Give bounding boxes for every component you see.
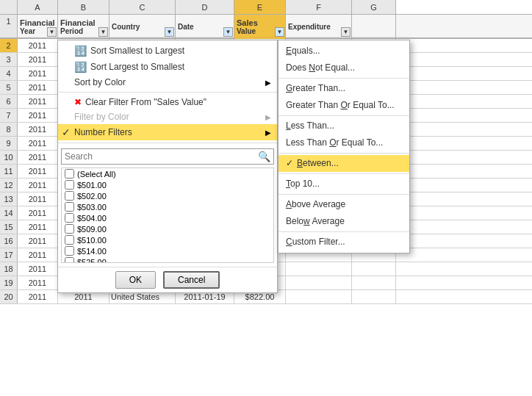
- cell-a-6[interactable]: 2011: [18, 95, 58, 108]
- cell-a-14[interactable]: 2011: [18, 206, 58, 220]
- checkbox-4[interactable]: [65, 213, 74, 223]
- sort-largest-label: Sort Largest to Smallest: [90, 62, 184, 72]
- cell-a-10[interactable]: 2011: [18, 151, 58, 164]
- data-header-row: 1 Financial Year ▼ Financial Period ▼ Co…: [0, 15, 532, 39]
- col-header-d[interactable]: D: [176, 0, 234, 14]
- checkbox-7[interactable]: [65, 246, 74, 256]
- submenu-greater-equal[interactable]: Greater Than Or Equal To...: [278, 97, 409, 114]
- checkbox-label-5: $509.00: [77, 225, 107, 234]
- cell-a-16[interactable]: 2011: [18, 234, 58, 248]
- filter-btn-b[interactable]: ▼: [98, 27, 108, 37]
- submenu-custom-filter[interactable]: Custom Filter...: [278, 234, 409, 251]
- checkbox-0[interactable]: [65, 169, 74, 179]
- checkbox-item[interactable]: (Select All): [62, 168, 273, 179]
- checkbox-item[interactable]: $501.00: [62, 179, 273, 190]
- ok-button[interactable]: OK: [115, 271, 156, 289]
- col-header-f[interactable]: F: [286, 0, 352, 14]
- filter-by-color[interactable]: Filter by Color ▶: [58, 109, 277, 124]
- checkbox-item[interactable]: $510.00: [62, 234, 273, 245]
- filter-btn-c[interactable]: ▼: [165, 27, 174, 37]
- col-header-country[interactable]: Country ▼: [109, 15, 176, 39]
- cell-a-15[interactable]: 2011: [18, 220, 58, 234]
- cell-f-19[interactable]: [286, 276, 352, 289]
- checkbox-item[interactable]: $503.00: [62, 201, 273, 212]
- checkbox-list[interactable]: (Select All)$501.00$502.00$503.00$504.00…: [61, 168, 274, 263]
- col-header-c[interactable]: C: [109, 0, 176, 14]
- clear-filter[interactable]: ✖ Clear Filter From "Sales Value": [58, 95, 277, 109]
- search-box[interactable]: 🔍: [61, 148, 274, 165]
- col-header-a[interactable]: A: [18, 0, 58, 14]
- filter-btn-f[interactable]: ▼: [341, 27, 351, 37]
- submenu-below-average[interactable]: Below Average: [278, 213, 409, 230]
- submenu-above-average[interactable]: Above Average: [278, 196, 409, 213]
- submenu-top10[interactable]: Top 10...: [278, 176, 409, 192]
- filter-color-label: Filter by Color: [74, 112, 129, 122]
- sort-by-color[interactable]: Sort by Color ▶: [58, 75, 277, 90]
- checkbox-item[interactable]: $509.00: [62, 223, 273, 234]
- col-header-g[interactable]: G: [352, 0, 396, 14]
- submenu-greater-than[interactable]: Greater Than...: [278, 80, 409, 97]
- checkbox-item[interactable]: $525.00: [62, 256, 273, 263]
- cell-a-19[interactable]: 2011: [18, 276, 58, 289]
- checkbox-item[interactable]: $504.00: [62, 212, 273, 223]
- number-filters-submenu: Equals... Does Not Equal... Greater Than…: [278, 40, 410, 253]
- cell-a-12[interactable]: 2011: [18, 179, 58, 192]
- column-headers: A B C D E F G: [0, 0, 532, 15]
- checkbox-label-0: (Select All): [77, 170, 116, 179]
- cell-a-11[interactable]: 2011: [18, 165, 58, 178]
- sort-smallest-largest[interactable]: 🔢 Sort Smallest to Largest: [58, 43, 277, 59]
- submenu-equals[interactable]: Equals...: [278, 43, 409, 60]
- filter-btn-e[interactable]: ▼: [275, 27, 284, 37]
- submenu-between[interactable]: ✓ Between...: [278, 155, 409, 172]
- col-header-sales-value[interactable]: Sales Value ▼: [234, 15, 286, 39]
- col-title-a-line2: Year: [20, 27, 35, 35]
- cell-a-7[interactable]: 2011: [18, 109, 58, 122]
- col-header-financial-period[interactable]: Financial Period ▼: [58, 15, 109, 39]
- cell-a-18[interactable]: 2011: [18, 262, 58, 276]
- sort-largest-smallest[interactable]: 🔢 Sort Largest to Smallest: [58, 59, 277, 75]
- spreadsheet: A B C D E F G 1 Financial Year ▼ Financi…: [0, 0, 532, 396]
- cell-g-18[interactable]: [352, 262, 396, 276]
- cell-a-20[interactable]: 2011: [18, 290, 58, 303]
- cell-a-2[interactable]: 2011: [18, 39, 58, 52]
- submenu-does-not-equal[interactable]: Does Not Equal...: [278, 60, 409, 76]
- cell-a-5[interactable]: 2011: [18, 81, 58, 94]
- submenu-less-equal[interactable]: Less Than Or Equal To...: [278, 134, 409, 151]
- row-num-10: 10: [0, 151, 18, 164]
- cell-f-20[interactable]: [286, 290, 352, 303]
- cell-a-9[interactable]: 2011: [18, 137, 58, 150]
- checkbox-6[interactable]: [65, 235, 74, 245]
- cancel-button[interactable]: Cancel: [163, 271, 220, 289]
- col-header-b[interactable]: B: [58, 0, 109, 14]
- number-filters-arrow: ▶: [265, 129, 271, 137]
- row-num-1: 1: [0, 15, 18, 37]
- cell-g-20[interactable]: [352, 290, 396, 303]
- checkbox-3[interactable]: [65, 202, 74, 212]
- checkbox-2[interactable]: [65, 191, 74, 201]
- checkbox-5[interactable]: [65, 224, 74, 234]
- cell-a-4[interactable]: 2011: [18, 67, 58, 80]
- filter-btn-d[interactable]: ▼: [223, 27, 233, 37]
- checkbox-item[interactable]: $502.00: [62, 190, 273, 201]
- row-num-8: 8: [0, 123, 18, 136]
- submenu-less-than[interactable]: Less Than...: [278, 118, 409, 134]
- cell-a-3[interactable]: 2011: [18, 53, 58, 66]
- cell-a-17[interactable]: 2011: [18, 248, 58, 262]
- number-filters[interactable]: ✓ Number Filters ▶: [58, 124, 277, 140]
- cell-g-19[interactable]: [352, 276, 396, 289]
- checkbox-8[interactable]: [65, 257, 74, 263]
- checkbox-1[interactable]: [65, 180, 74, 190]
- col-header-financial-year[interactable]: Financial Year ▼: [18, 15, 58, 39]
- cell-f-18[interactable]: [286, 262, 352, 276]
- sort-section: 🔢 Sort Smallest to Largest 🔢 Sort Larges…: [58, 40, 277, 93]
- col-header-e[interactable]: E: [234, 0, 286, 14]
- col-header-date[interactable]: Date ▼: [176, 15, 234, 39]
- clear-filter-icon: ✖: [74, 97, 82, 107]
- col-header-expenditure[interactable]: Expenditure ▼: [286, 15, 352, 39]
- search-input[interactable]: [65, 151, 258, 162]
- filter-btn-a[interactable]: ▼: [47, 27, 57, 37]
- checkbox-item[interactable]: $514.00: [62, 245, 273, 256]
- cell-a-13[interactable]: 2011: [18, 192, 58, 206]
- cell-a-8[interactable]: 2011: [18, 123, 58, 136]
- row-num-3: 3: [0, 53, 18, 66]
